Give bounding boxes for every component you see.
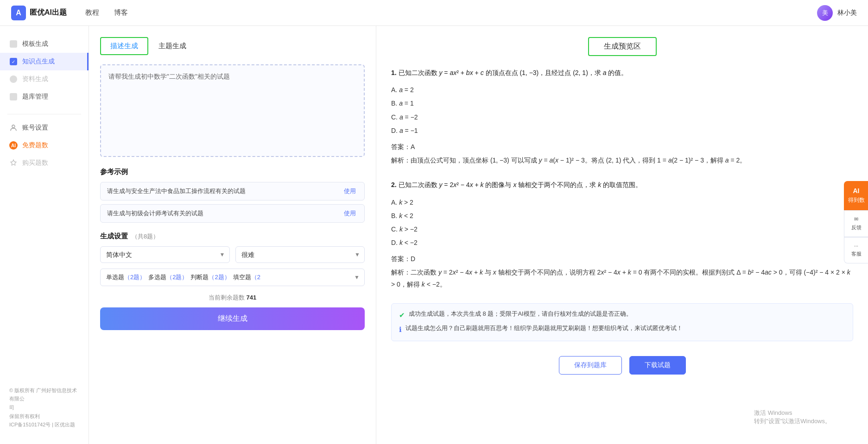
settings-title: 生成设置	[100, 232, 128, 241]
language-select[interactable]: 简体中文 繁体中文 英语	[100, 246, 230, 263]
questionbank-icon	[9, 93, 18, 101]
question-text-2: 2. 已知二次函数 y = 2x² − 4x + k 的图像与 x 轴相交于两个…	[391, 179, 853, 191]
sidebar-item-label-free-quota: 免费题数	[22, 141, 48, 150]
preview-title: 生成预览区	[588, 37, 657, 56]
status-success-text: 成功生成试题，本次共生成 8 题；受限于AI模型，请自行核对生成的试题是否正确。	[409, 309, 632, 319]
generate-button[interactable]: 继续生成	[100, 307, 365, 330]
template-icon	[9, 40, 18, 48]
knowledge-icon: ✓	[9, 57, 18, 66]
sidebar-item-knowledge[interactable]: ✓ 知识点生成	[0, 53, 89, 70]
sidebar-divider	[7, 114, 81, 114]
example-item-0: 请生成与安全生产法中食品加工操作流程有关的试题 使用	[100, 182, 365, 200]
question-block-1: 1. 已知二次函数 y = ax² + bx + c 的顶点在点 (1, −3)…	[391, 67, 853, 166]
status-info: ℹ 试题生成怎么用？自己刷题就用百思考！组织学员刷题就用艾刷刷题！想要组织考试，…	[399, 324, 845, 335]
option-1-d: D. a = −1	[391, 124, 853, 138]
sidebar-item-label-buy-quota: 购买题数	[22, 159, 48, 167]
analysis-1: 解析：由顶点公式可知，顶点坐标 (1, −3) 可以写成 y = a(x − 1…	[391, 155, 853, 166]
question-text-1: 1. 已知二次函数 y = ax² + bx + c 的顶点在点 (1, −3)…	[391, 67, 853, 79]
option-1-b: B. a = 1	[391, 97, 853, 110]
service-label: 客服	[851, 250, 862, 257]
footer-line-4: ICP备15101742号 | 区优出题	[9, 420, 79, 429]
examples-title: 参考示例	[100, 168, 365, 176]
sidebar-item-questionbank[interactable]: 题库管理	[0, 88, 89, 106]
account-icon	[9, 124, 18, 132]
status-success: ✔ 成功生成试题，本次共生成 8 题；受限于AI模型，请自行核对生成的试题是否正…	[399, 309, 845, 321]
logo-icon: A	[11, 6, 26, 20]
settings-count: （共8题）	[132, 232, 159, 241]
remaining-text: 当前剩余题数 741	[100, 294, 365, 302]
status-area: ✔ 成功生成试题，本次共生成 8 题；受限于AI模型，请自行核对生成的试题是否正…	[391, 303, 853, 341]
sidebar-footer: © 版权所有 广州好智信息技术有限公 司 保留所有权利 ICP备15101742…	[0, 381, 89, 435]
tab-theme[interactable]: 主题生成	[148, 37, 196, 55]
sidebar-item-template[interactable]: 模板生成	[0, 35, 89, 53]
tabs-row: 描述生成 主题生成	[100, 37, 365, 55]
resource-icon	[9, 75, 18, 83]
difficulty-select-wrapper: 简单 普通 较难 很难 ▼	[235, 246, 365, 263]
selects-row: 简体中文 繁体中文 英语 ▼ 简单 普通 较难 很难 ▼	[100, 246, 365, 263]
sidebar-main-section: 模板生成 ✓ 知识点生成 资料生成	[0, 35, 89, 106]
footer-line-3: 保留所有权利	[9, 412, 79, 421]
footer-line-2: 司	[9, 403, 79, 412]
use-btn-0[interactable]: 使用	[342, 187, 358, 195]
nav-item-tutorial[interactable]: 教程	[85, 6, 99, 19]
example-text-1: 请生成与初级会计师考试有关的试题	[107, 209, 342, 218]
logo-area: A 匿优AI出题	[11, 6, 67, 20]
qt-fill: 填空题（2	[233, 273, 260, 281]
right-panel: 生成预览区 1. 已知二次函数 y = ax² + bx + c 的顶点在点 (…	[376, 26, 868, 444]
remaining-label: 当前剩余题数	[209, 294, 245, 301]
sidebar-item-resource[interactable]: 资料生成	[0, 70, 89, 88]
option-1-c: C. a = −2	[391, 111, 853, 124]
option-1-a: A. a = 2	[391, 83, 853, 97]
header: A 匿优AI出题 教程 博客 美 林小美	[0, 0, 868, 26]
feedback-label: 反馈	[851, 224, 862, 231]
tab-describe[interactable]: 描述生成	[100, 37, 148, 55]
question-types-row[interactable]: 单选题（2题） 多选题（2题） 判断题（2题） 填空题（2 ▼	[100, 269, 365, 286]
left-panel: 描述生成 主题生成 请帮我生成<span class="highlight-bl…	[89, 26, 376, 444]
free-quota-icon: AI	[9, 141, 18, 150]
sidebar-item-account[interactable]: 账号设置	[0, 119, 89, 137]
ai-icon: AI	[853, 187, 860, 194]
sidebar-item-label-knowledge: 知识点生成	[22, 57, 55, 66]
left-footer: 当前剩余题数 741 继续生成	[100, 294, 365, 330]
sidebar-item-free-quota[interactable]: AI 免费题数	[0, 137, 89, 154]
logo-text: 匿优AI出题	[30, 8, 67, 18]
sidebar-item-label-template: 模板生成	[22, 40, 48, 48]
example-item-1: 请生成与初级会计师考试有关的试题 使用	[100, 204, 365, 223]
header-right: 美 林小美	[817, 5, 857, 21]
prompt-textarea[interactable]: 请帮我生成<span class="highlight-blue">初中数学"二…	[100, 64, 365, 157]
header-nav: 教程 博客	[85, 6, 817, 19]
nav-item-blog[interactable]: 博客	[114, 6, 128, 19]
info-icon: ℹ	[399, 324, 402, 335]
sidebar-extra-section: 账号设置 AI 免费题数 购买题数	[0, 119, 89, 172]
option-2-d: D. k < −2	[391, 236, 853, 250]
question-block-2: 2. 已知二次函数 y = 2x² − 4x + k 的图像与 x 轴相交于两个…	[391, 179, 853, 290]
save-button[interactable]: 保存到题库	[559, 356, 622, 375]
float-btn-ai[interactable]: AI 得到数	[844, 181, 868, 210]
sidebar-item-buy-quota[interactable]: 购买题数	[0, 154, 89, 172]
float-buttons: AI 得到数 ✉ 反馈 ··· 客服	[844, 181, 868, 263]
analysis-2: 解析：二次函数 y = 2x² − 4x + k 与 x 轴相交于两个不同的点，…	[391, 267, 853, 290]
float-btn-service[interactable]: ··· 客服	[844, 237, 868, 263]
username: 林小美	[837, 9, 857, 17]
download-button[interactable]: 下载试题	[629, 356, 686, 375]
difficulty-select[interactable]: 简单 普通 较难 很难	[235, 246, 365, 263]
feedback-icon: ✉	[854, 216, 858, 222]
status-info-text: 试题生成怎么用？自己刷题就用百思考！组织学员刷题就用艾刷刷题！想要组织考试，来试…	[405, 324, 683, 333]
content-area: 描述生成 主题生成 请帮我生成<span class="highlight-bl…	[89, 26, 868, 444]
float-btn-feedback[interactable]: ✉ 反馈	[844, 210, 868, 237]
answer-1: 答案：A	[391, 141, 853, 153]
success-icon: ✔	[399, 310, 405, 321]
sidebar-item-label-account: 账号设置	[22, 124, 48, 132]
language-select-wrapper: 简体中文 繁体中文 英语 ▼	[100, 246, 230, 263]
qt-judge: 判断题（2题）	[190, 273, 230, 281]
buy-quota-icon	[9, 159, 18, 167]
use-btn-1[interactable]: 使用	[342, 209, 358, 218]
option-2-c: C. k > −2	[391, 223, 853, 236]
footer-line-1: © 版权所有 广州好智信息技术有限公	[9, 386, 79, 403]
sidebar: 模板生成 ✓ 知识点生成 资料生成	[0, 26, 89, 444]
app-container: A 匿优AI出题 教程 博客 美 林小美 模板生成	[0, 0, 868, 444]
option-2-a: A. k > 2	[391, 196, 853, 209]
remaining-count: 741	[246, 294, 256, 301]
avatar: 美	[817, 5, 833, 21]
bottom-actions: 保存到题库 下载试题	[391, 350, 853, 375]
